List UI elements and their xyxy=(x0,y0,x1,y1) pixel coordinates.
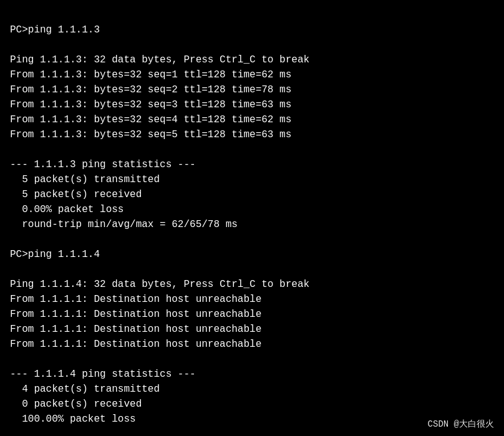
terminal-line: Ping 1.1.1.4: 32 data bytes, Press Ctrl_… xyxy=(10,277,494,292)
terminal-line: From 1.1.1.1: Destination host unreachab… xyxy=(10,322,494,337)
terminal-line: round-trip min/avg/max = 62/65/78 ms xyxy=(10,217,494,232)
terminal-line: From 1.1.1.1: Destination host unreachab… xyxy=(10,292,494,307)
watermark: CSDN @大白很火 xyxy=(428,419,494,430)
terminal-line: --- 1.1.1.4 ping statistics --- xyxy=(10,367,494,382)
terminal-line: 100.00% packet loss xyxy=(10,412,494,427)
terminal-line: 0 packet(s) received xyxy=(10,397,494,412)
terminal-line xyxy=(10,142,494,157)
terminal-line: From 1.1.1.3: bytes=32 seq=1 ttl=128 tim… xyxy=(10,67,494,82)
terminal-line: From 1.1.1.1: Destination host unreachab… xyxy=(10,307,494,322)
terminal-line xyxy=(10,232,494,247)
terminal-line xyxy=(10,37,494,52)
terminal-window: PC>ping 1.1.1.3 Ping 1.1.1.3: 32 data by… xyxy=(0,0,504,436)
terminal-line: PC>ping 1.1.1.4 xyxy=(10,247,494,262)
terminal-line: From 1.1.1.3: bytes=32 seq=4 ttl=128 tim… xyxy=(10,112,494,127)
terminal-line xyxy=(10,262,494,277)
terminal-line: 5 packet(s) received xyxy=(10,187,494,202)
terminal-line: From 1.1.1.3: bytes=32 seq=2 ttl=128 tim… xyxy=(10,82,494,97)
terminal-line: From 1.1.1.3: bytes=32 seq=5 ttl=128 tim… xyxy=(10,127,494,142)
terminal-line xyxy=(10,352,494,367)
terminal-line: PC>ping 1.1.1.3 xyxy=(10,22,494,37)
terminal-line: From 1.1.1.3: bytes=32 seq=3 ttl=128 tim… xyxy=(10,97,494,112)
terminal-line: From 1.1.1.1: Destination host unreachab… xyxy=(10,337,494,352)
terminal-line: 0.00% packet loss xyxy=(10,202,494,217)
terminal-line: Ping 1.1.1.3: 32 data bytes, Press Ctrl_… xyxy=(10,52,494,67)
terminal-line: 4 packet(s) transmitted xyxy=(10,382,494,397)
terminal-line: 5 packet(s) transmitted xyxy=(10,172,494,187)
terminal-line: --- 1.1.1.3 ping statistics --- xyxy=(10,157,494,172)
